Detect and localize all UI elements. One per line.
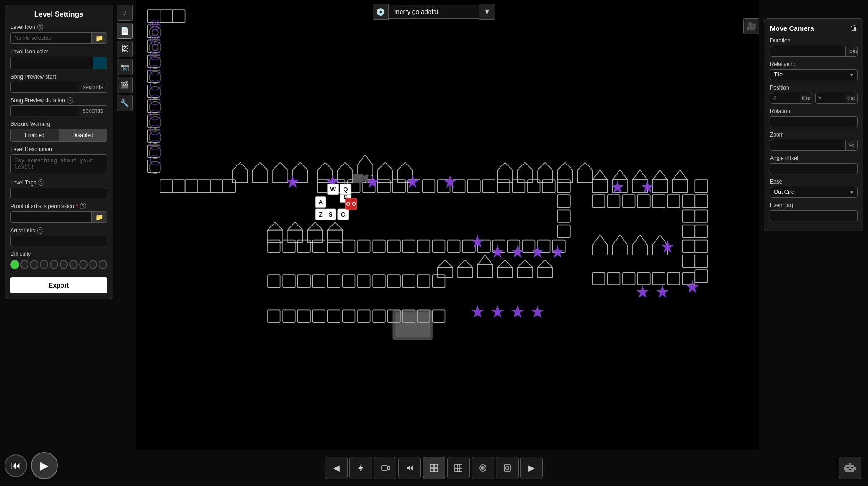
color-hex-input[interactable]: 003f52 [11,58,93,68]
target-toolbar-btn[interactable] [472,457,494,479]
angle-offset-input[interactable]: 0 [770,164,857,174]
difficulty-circle-9[interactable] [99,260,107,269]
zoom-suffix: % [845,140,858,150]
level-tags-input[interactable] [10,188,107,198]
song-preview-duration-help[interactable]: ? [67,97,73,104]
sidebar-image-btn[interactable]: 🖼 [117,41,133,57]
position-x-suffix: tiles [800,94,812,103]
difficulty-circle-2[interactable] [30,260,38,269]
angle-offset-input-row: 0 [770,163,858,174]
proof-permission-input[interactable]: black.PNG [11,212,91,222]
level-icon-help[interactable]: ? [37,24,43,30]
svg-rect-262 [851,467,853,468]
song-preview-start-input[interactable]: 0 [11,82,79,92]
zoom-row: Zoom 100 % [770,132,858,151]
svg-text:C: C [341,211,345,218]
sidebar-photo-btn[interactable]: 📷 [117,59,133,75]
song-dropdown-arrow[interactable]: ▼ [479,4,495,20]
ease-row: Ease Out Circ Linear In Sine Out Sine In… [770,179,858,198]
sidebar-music-btn[interactable]: ♪ [117,5,133,21]
level-description-input[interactable] [10,154,107,173]
camera-mode-btn[interactable]: 🎥 [743,18,760,34]
difficulty-circle-6[interactable] [69,260,78,269]
sound-toolbar-btn[interactable] [398,457,421,479]
position-x-cell: X -1 tiles [770,93,812,104]
difficulty-circle-3[interactable] [40,260,48,269]
position-x-label: X [770,94,778,103]
color-swatch[interactable] [93,57,107,69]
song-preview-duration-section: Song Preview duration ? 10 seconds [10,97,107,116]
level-icon-label: Level Icon ? [10,24,107,30]
ease-label: Ease [770,179,858,185]
rotation-row: Rotation 10 [770,108,858,127]
song-preview-duration-input-row: 10 seconds [10,105,107,116]
zoom-input[interactable]: 100 [770,140,845,150]
difficulty-circle-7[interactable] [79,260,88,269]
difficulty-circle-1[interactable] [20,260,29,269]
position-y-input[interactable]: 1 [823,93,845,103]
svg-text:Q: Q [343,186,348,193]
difficulty-circle-4[interactable] [50,260,58,269]
proof-permission-section: Proof of artist's permission * ? black.P… [10,203,107,223]
song-preview-duration-input[interactable]: 10 [11,106,79,116]
svg-rect-264 [849,463,851,465]
grid-toolbar-btn[interactable] [447,457,470,479]
position-x-input[interactable]: -1 [778,93,800,103]
delete-event-btn[interactable]: 🗑 [850,24,858,32]
prev-toolbar-btn[interactable]: ◀ [325,457,348,479]
ease-select[interactable]: Out Circ Linear In Sine Out Sine In Circ [770,187,858,198]
position-y-label: Y [816,94,823,103]
tile-toolbar-btn[interactable] [423,457,445,479]
difficulty-circle-0[interactable] [10,260,19,269]
zoom-input-row: 100 % [770,140,858,151]
rotation-input[interactable]: 10 [770,117,857,127]
svg-rect-249 [434,468,438,472]
song-preview-duration-suffix: seconds [79,106,107,116]
level-icon-browse[interactable]: 📁 [91,33,107,43]
lightning-toolbar-btn[interactable] [349,457,372,479]
position-y-cell: Y 1 tiles [815,93,858,104]
angle-offset-row: Angle offset 0 [770,155,858,174]
difficulty-circle-5[interactable] [60,260,68,269]
level-tags-label: Level Tags ? [10,179,107,186]
event-tag-input[interactable] [770,210,858,221]
bottom-left-controls: ⏮ ▶ [5,452,58,479]
duration-suffix: beats [845,46,858,56]
svg-point-257 [482,467,483,468]
relative-to-select[interactable]: Tile Camera Player [770,69,858,80]
proof-permission-browse[interactable]: 📁 [91,212,107,222]
next-toolbar-btn[interactable]: ▶ [520,457,543,479]
difficulty-circle-8[interactable] [89,260,98,269]
color-input-row: 003f52 [10,57,107,69]
level-icon-input[interactable] [11,33,91,43]
svg-text:W: W [330,186,336,193]
seizure-enabled-btn[interactable]: Enabled [11,129,59,141]
duration-input[interactable]: 1 [770,46,845,56]
ease-select-wrapper: Out Circ Linear In Sine Out Sine In Circ [770,187,858,198]
sidebar-wrench-btn[interactable]: 🔧 [117,95,133,111]
svg-marker-244 [387,466,389,470]
seizure-disabled-btn[interactable]: Disabled [59,129,107,141]
camera-toolbar-btn[interactable] [374,457,396,479]
angle-offset-label: Angle offset [770,155,858,161]
proof-permission-label: Proof of artist's permission * ? [10,203,107,209]
svg-rect-266 [854,467,856,470]
svg-marker-245 [407,465,410,471]
artist-links-help[interactable]: ? [37,227,43,234]
level-tags-section: Level Tags ? [10,179,107,198]
song-selector[interactable]: merry go.adofai [389,5,479,19]
sidebar-video-btn[interactable]: 🎬 [117,77,133,93]
artist-links-input[interactable] [10,236,107,246]
song-preview-duration-label: Song Preview duration ? [10,97,107,104]
export-button[interactable]: Export [10,277,107,293]
panel-title: Level Settings [10,10,107,19]
proof-permission-help[interactable]: ? [80,203,86,209]
svg-text:A: A [318,198,323,205]
rewind-button[interactable]: ⏮ [5,454,27,477]
level-tags-help[interactable]: ? [38,179,44,186]
play-button[interactable]: ▶ [31,452,58,479]
sidebar-document-btn[interactable]: 📄 [117,23,133,39]
rotation-label: Rotation [770,108,858,114]
robot-icon[interactable] [839,457,861,479]
square-toolbar-btn[interactable] [496,457,519,479]
